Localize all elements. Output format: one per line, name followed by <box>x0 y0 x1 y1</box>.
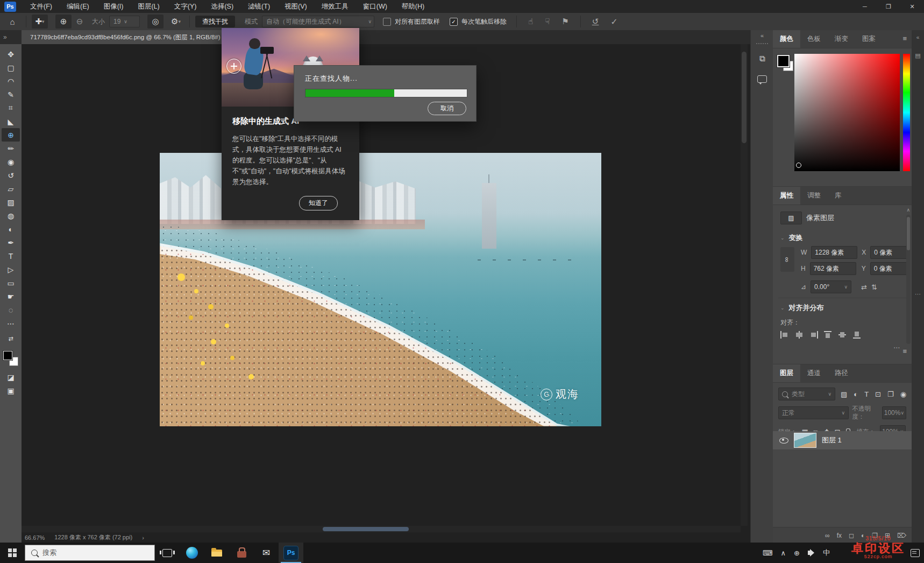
color-fg-bg-swatches[interactable] <box>777 55 793 71</box>
tray-expand-icon[interactable]: ∧ <box>781 549 786 557</box>
swap-colors-icon[interactable]: ⇄ <box>2 332 20 346</box>
properties-scrollbar[interactable] <box>906 215 911 344</box>
layer-row[interactable]: 图层 1 <box>773 431 912 449</box>
x-field[interactable]: 0 像素 <box>870 246 908 259</box>
volume-icon[interactable] <box>808 551 811 555</box>
align-bottom-icon[interactable] <box>853 331 862 339</box>
opacity-field[interactable]: 100%∨ <box>882 406 906 419</box>
dodge-tool[interactable]: ◐ <box>2 222 20 236</box>
store-icon[interactable] <box>229 543 254 563</box>
mini-panel-icon[interactable]: ▤ <box>912 52 924 59</box>
flip-vertical-icon[interactable]: ⇅ <box>871 283 877 291</box>
menu-image[interactable]: 图像(I) <box>104 2 124 11</box>
filter-adjustment-layers-icon[interactable]: ◐ <box>854 390 858 398</box>
lasso-tool[interactable]: ◠ <box>2 74 20 88</box>
collapse-dock-icon[interactable]: « <box>912 34 924 40</box>
tab-channels[interactable]: 通道 <box>800 364 828 382</box>
reset-icon[interactable]: ↺ <box>592 17 599 26</box>
menu-layer[interactable]: 图层(L) <box>138 2 159 11</box>
flag-icon[interactable]: ⚑ <box>561 17 568 26</box>
align-distribute-header[interactable]: 对齐并分布 <box>789 303 824 313</box>
clone-stamp-tool[interactable]: ◉ <box>2 155 20 168</box>
gear-icon[interactable]: ⚙▾ <box>168 15 184 29</box>
document-info[interactable]: 1228 像素 x 762 像素 (72 ppi) <box>54 533 132 541</box>
width-field[interactable]: 1228 像素 <box>811 246 857 259</box>
link-layers-icon[interactable]: ∞ <box>825 532 830 539</box>
task-view-button[interactable] <box>155 543 180 563</box>
align-v-middle-icon[interactable] <box>838 331 847 339</box>
menu-view[interactable]: 视图(V) <box>285 2 307 11</box>
zoom-level[interactable]: 66.67% <box>25 534 45 541</box>
brush-subtract-icon[interactable]: ⊖ <box>72 15 88 29</box>
status-expand-icon[interactable]: › <box>142 534 144 541</box>
tab-color[interactable]: 颜色 <box>773 30 800 48</box>
find-distractions-button[interactable]: 查找干扰 <box>195 16 235 27</box>
vertical-scrollbar[interactable] <box>741 44 748 526</box>
network-icon[interactable]: ⊕ <box>794 549 800 557</box>
sample-all-layers-checkbox[interactable] <box>383 18 391 26</box>
menu-plugins[interactable]: 增效工具 <box>322 2 349 11</box>
brush-tool[interactable]: ✏ <box>2 142 20 155</box>
saturation-brightness-square[interactable] <box>794 54 900 171</box>
ime-indicator[interactable]: 中 <box>823 548 830 558</box>
align-right-icon[interactable] <box>809 331 818 339</box>
filter-shape-layers-icon[interactable]: ⊡ <box>875 390 881 398</box>
menu-file[interactable]: 文件(F) <box>30 2 52 11</box>
hand-tool[interactable]: ☛ <box>2 290 20 303</box>
menu-select[interactable]: 选择(S) <box>211 2 233 11</box>
close-button[interactable]: ✕ <box>900 3 924 10</box>
pressure-icon[interactable]: ◎ <box>147 15 164 29</box>
tab-paths[interactable]: 路径 <box>828 364 855 382</box>
brush-size-field[interactable]: 19∨ <box>109 16 140 27</box>
transform-section-header[interactable]: 变换 <box>789 233 803 243</box>
restore-button[interactable]: ❐ <box>877 3 900 10</box>
pen-tool[interactable]: ✒ <box>2 236 20 249</box>
got-it-button[interactable]: 知道了 <box>299 196 338 210</box>
height-field[interactable]: 762 像素 <box>810 262 856 275</box>
layer-visibility-icon[interactable] <box>779 438 788 444</box>
home-icon[interactable]: ⌂ <box>4 15 20 29</box>
hue-strip[interactable] <box>903 54 910 171</box>
edge-icon[interactable] <box>180 543 204 563</box>
remove-tool[interactable]: ⊕ <box>2 128 20 142</box>
rotation-field[interactable]: 0.00°∨ <box>811 280 851 293</box>
layer-filter-field[interactable]: 类型 ∨ <box>778 388 835 400</box>
move-tool[interactable]: ✥ <box>2 47 20 61</box>
document-tab[interactable]: 717789cb6ff7eba9cd93df8be456fd6c.png @ 6… <box>22 30 229 44</box>
type-tool[interactable]: T <box>2 249 20 263</box>
file-explorer-icon[interactable] <box>204 543 229 563</box>
crop-tool[interactable]: ⌗ <box>2 101 20 115</box>
foreground-color-swatch[interactable] <box>3 351 12 360</box>
comments-panel-icon[interactable] <box>757 75 767 83</box>
export-panel-icon[interactable]: ⧉ <box>759 54 765 64</box>
filter-pixel-layers-icon[interactable]: ▨ <box>841 390 847 398</box>
blend-mode-dropdown[interactable]: 正常∨ <box>778 406 849 419</box>
brush-add-icon[interactable]: ⊕ <box>55 15 72 29</box>
taskbar-search[interactable]: 搜索 <box>25 545 155 561</box>
eyedropper-tool[interactable]: ◣ <box>2 115 20 128</box>
menu-window[interactable]: 窗口(W) <box>363 2 387 11</box>
tab-layers[interactable]: 图层 <box>773 364 800 382</box>
screen-mode-icon[interactable]: ▣ <box>2 384 20 397</box>
dock-collapse-icon[interactable]: « <box>760 32 764 39</box>
align-more-icon[interactable]: ⋯ <box>893 344 900 351</box>
tab-adjustments[interactable]: 调整 <box>800 187 828 205</box>
panel-menu-icon[interactable]: ≡ <box>902 347 912 360</box>
mail-icon[interactable]: ✉ <box>254 543 279 563</box>
menu-help[interactable]: 帮助(H) <box>402 2 424 11</box>
minimize-button[interactable]: ─ <box>853 3 877 10</box>
scroll-up-icon[interactable]: ∧ <box>906 207 910 213</box>
color-picker-marker[interactable] <box>796 163 801 168</box>
thumbs-down-icon[interactable]: ☟ <box>545 17 550 26</box>
more-icon[interactable]: ⋯ <box>912 291 924 298</box>
eraser-tool[interactable]: ▱ <box>2 182 20 195</box>
color-swatches[interactable] <box>3 351 18 366</box>
menu-type[interactable]: 文字(Y) <box>174 2 197 11</box>
mode-dropdown[interactable]: 自动（可能使用生成式 AI）∨ <box>262 16 374 27</box>
gradient-tool[interactable]: ▨ <box>2 195 20 209</box>
cancel-button[interactable]: 取消 <box>428 102 466 115</box>
tab-gradients[interactable]: 渐变 <box>828 30 855 48</box>
tab-libraries[interactable]: 库 <box>828 187 849 205</box>
flip-horizontal-icon[interactable]: ⇄ <box>861 283 867 291</box>
tab-patterns[interactable]: 图案 <box>855 30 883 48</box>
